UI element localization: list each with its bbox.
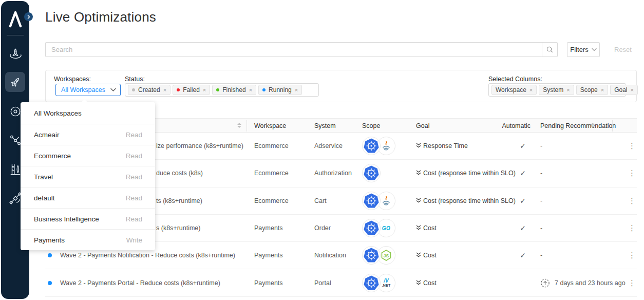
selected-columns-label: Selected Columns: [488,76,542,83]
remove-chip-icon[interactable]: × [163,87,166,93]
status-chip-created[interactable]: Created × [128,85,171,95]
row-menu-button[interactable]: ⋮ [627,223,637,233]
status-chip-box: Created × Failed × Finished × Running × [125,83,319,97]
status-label: Status: [125,76,145,83]
orbit-icon [9,105,22,118]
chevron-down-icon [110,88,116,92]
failed-status-dot [177,88,180,91]
chevron-right-icon [27,15,31,19]
filters-button-label: Filters [570,46,588,53]
menu-item-default[interactable]: default Read [21,187,155,208]
col-header-automatic: Automatic [500,122,531,129]
goal-cell: Cost [416,252,437,259]
header-divider [612,120,613,132]
automatic-check: ✓ [515,224,531,232]
permission-badge: Read [126,194,142,202]
menu-item-ecommerce[interactable]: Ecommerce Read [21,145,155,166]
sidebar-expand-button[interactable] [24,12,33,21]
workspace-cell: Ecommerce [254,170,289,177]
col-header-scope: Scope [362,122,380,129]
goal-cell: Response Time [416,142,468,149]
pending-recommendation-cell: - [540,252,542,259]
automatic-check: ✓ [515,251,531,259]
row-menu-button[interactable]: ⋮ [627,251,637,260]
row-menu-button[interactable]: ⋮ [627,168,637,178]
minimize-goal-icon [416,198,421,203]
page-title: Live Optimizations [45,9,156,25]
launch-gantry-icon [9,163,22,176]
workspaces-dropdown[interactable]: All Workspaces [55,84,121,96]
remove-chip-icon[interactable]: × [203,87,206,93]
pending-recommendation-cell: - [540,142,542,149]
table-row[interactable]: Wave 2 - Payments Portal - Reduce costs … [45,269,637,296]
search-input[interactable] [46,43,542,57]
system-cell: Authorization [314,170,352,177]
running-status-dot [262,88,266,91]
remove-chip-icon[interactable]: × [601,87,604,93]
system-cell: Portal [314,279,331,287]
menu-item-all-workspaces[interactable]: All Workspaces [21,103,155,124]
optimization-name[interactable]: duce costs (k8s) [156,170,203,177]
live-optimizations-page: Live Optimizations Filters Reset Workspa… [0,0,644,300]
search-button[interactable] [542,43,557,57]
sidebar-item-live-optimizations[interactable] [5,72,25,92]
row-menu-button[interactable]: ⋮ [627,141,637,151]
permission-badge: Write [126,236,142,244]
remove-chip-icon[interactable]: × [566,87,570,93]
pending-recommendation-cell: - [540,170,542,177]
row-menu-button[interactable]: ⋮ [627,278,637,288]
rocket-orbit-icon [9,47,22,60]
remove-chip-icon[interactable]: × [295,87,298,93]
kubernetes-icon [362,246,381,265]
column-chip-workspace[interactable]: Workspace × [491,85,537,95]
filters-button[interactable]: Filters [567,42,600,57]
menu-item-travel[interactable]: Travel Read [21,166,155,187]
minimize-goal-icon [416,280,421,286]
kubernetes-icon [362,137,381,155]
column-chip-scope[interactable]: Scope × [576,85,608,95]
system-cell: Cart [314,197,327,204]
sidebar-item-studies[interactable] [5,43,25,63]
workspace-cell: Payments [254,224,283,232]
menu-item-acmeair[interactable]: Acmeair Read [21,124,155,145]
optimization-name[interactable]: ts (k8s+runtime) [156,197,202,204]
created-status-dot [132,88,135,91]
workspace-cell: Payments [254,252,283,259]
scope-cell [362,192,395,210]
search-bar [45,42,558,57]
optimization-name[interactable]: Wave 2 - Payments Notification - Reduce … [60,252,235,259]
menu-item-payments[interactable]: Payments Write [21,229,155,250]
permission-badge: Read [126,215,142,223]
optimization-name[interactable]: s (k8s+runtime) [156,224,200,232]
pending-recommendation-cell: 7 days and 23 hours ago [540,278,626,288]
filter-panel: Workspaces: All Workspaces Status: Creat… [45,70,637,102]
remove-chip-icon[interactable]: × [529,87,533,93]
pending-recommendation-cell: - [540,224,542,232]
column-chip-goal[interactable]: Goal × [610,85,638,95]
permission-badge: Read [126,173,142,181]
remove-chip-icon[interactable]: × [631,87,634,93]
selected-columns-chip-box: Workspace × System × Scope × Goal × [488,83,626,97]
recommendation-pending-icon [540,278,550,288]
sort-name-button[interactable] [237,123,241,128]
goal-cell: Cost (response time within SLO) [416,197,516,204]
optimization-name[interactable]: Wave 2 - Payments Portal - Reduce costs … [60,279,220,287]
status-chip-running[interactable]: Running × [258,85,302,95]
workspace-cell: Ecommerce [254,197,289,204]
row-menu-button[interactable]: ⋮ [627,196,637,205]
optimization-name[interactable]: ize performance (k8s+runtime) [156,142,243,149]
system-cell: Order [314,224,331,232]
status-chip-finished[interactable]: Finished × [212,85,256,95]
rocket-icon [6,72,25,91]
workspace-cell: Payments [254,279,283,287]
column-chip-system[interactable]: System × [539,85,574,95]
status-chip-failed[interactable]: Failed × [173,85,210,95]
col-header-pending-recommendation: Pending Recommendation [540,122,616,129]
sort-pending-button[interactable] [591,123,595,128]
scope-cell: JS [362,246,395,265]
workspaces-label: Workspaces: [54,76,91,83]
reset-button[interactable]: Reset [614,46,632,53]
menu-item-business-intelligence[interactable]: Business Intelligence Read [21,208,155,229]
col-header-system: System [314,122,336,129]
remove-chip-icon[interactable]: × [249,87,252,93]
